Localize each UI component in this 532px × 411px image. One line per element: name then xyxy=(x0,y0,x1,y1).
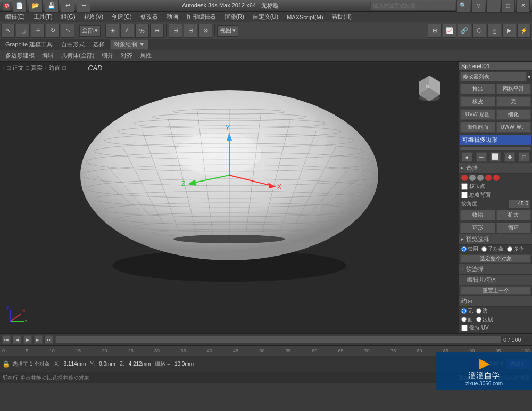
select-region-btn[interactable]: ⬚ xyxy=(16,24,30,38)
quick-access-save[interactable]: 💾 xyxy=(45,0,59,13)
undo-btn[interactable]: ↩ xyxy=(61,0,74,13)
btn-extrude[interactable]: 挤出 xyxy=(460,84,495,94)
help-btn[interactable]: ? xyxy=(471,0,485,13)
radio-disable-input[interactable] xyxy=(461,246,467,252)
menu-edit[interactable]: 编辑(E) xyxy=(1,12,29,22)
move-btn[interactable]: ✛ xyxy=(31,24,45,38)
menu-animation[interactable]: 动画 xyxy=(162,12,182,22)
percent-snap[interactable]: % xyxy=(135,24,149,38)
close-btn[interactable]: ✕ xyxy=(516,0,530,13)
menu-create[interactable]: 创建(C) xyxy=(107,12,136,22)
btn-shrink[interactable]: 收缩 xyxy=(460,210,495,220)
radio-face-input[interactable] xyxy=(461,317,467,322)
angle-input[interactable] xyxy=(509,200,530,208)
tl-play[interactable]: ▶ xyxy=(23,335,32,344)
poly-tab-subdiv[interactable]: 细分 xyxy=(98,51,117,61)
select-whole-btn[interactable]: 选定整个对象 xyxy=(460,254,531,263)
btn-rubber[interactable]: 橡皮 xyxy=(460,96,495,107)
align-btn[interactable]: ⊠ xyxy=(198,24,212,38)
section-preview-header[interactable]: ▸ 预览选择 xyxy=(459,234,532,245)
search-input[interactable] xyxy=(370,2,455,10)
cb-hold-uv[interactable] xyxy=(461,325,468,331)
quick-access-new[interactable]: 📄 xyxy=(13,0,27,13)
graphite-object-paint[interactable]: 对象绘制 ▼ xyxy=(110,39,148,50)
timeline-track[interactable] xyxy=(55,336,501,343)
layer-manager[interactable]: ⊞ xyxy=(428,24,442,38)
tl-prev-frame[interactable]: ◀ xyxy=(13,335,21,344)
btn-ring[interactable]: 环形 xyxy=(460,223,495,233)
radio-sub-input[interactable] xyxy=(481,246,487,252)
section-select-header[interactable]: ▸ 选择 xyxy=(459,163,532,174)
menu-graph-editor[interactable]: 图形编辑器 xyxy=(182,12,220,22)
dot-red-3[interactable] xyxy=(493,175,500,181)
render-setup[interactable]: 🖨 xyxy=(487,24,501,38)
cb-vertex[interactable] xyxy=(461,183,468,190)
dot-gray-1[interactable] xyxy=(469,175,476,181)
tl-go-start[interactable]: ⏮ xyxy=(2,335,11,344)
menu-customize[interactable]: 自定义(U) xyxy=(248,12,282,22)
select-btn[interactable]: ↖ xyxy=(1,24,15,38)
section-editgeo-header[interactable]: ─ 编辑几何体 xyxy=(459,275,532,285)
search-button[interactable]: 🔍 xyxy=(456,0,470,13)
radio-multi-input[interactable] xyxy=(507,246,512,252)
graphite-free-form[interactable]: 自由形式 xyxy=(58,40,88,49)
reset-last-btn[interactable]: 重置上一个 xyxy=(460,286,531,295)
menu-tools[interactable]: 工具(T) xyxy=(29,12,57,22)
selection-filter-dropdown[interactable]: 全部 ▾ xyxy=(79,25,101,37)
redo-btn[interactable]: ↪ xyxy=(77,0,90,13)
modifier-list-arrow[interactable]: ▾ xyxy=(528,73,531,80)
section-constrain-header[interactable]: 约束 xyxy=(459,296,532,307)
graphite-select[interactable]: 选择 xyxy=(90,40,108,49)
poly-tab-align[interactable]: 对齐 xyxy=(118,51,136,61)
radio-edge-input[interactable] xyxy=(476,308,481,314)
render-frame[interactable]: ▶ xyxy=(502,24,516,38)
btn-uvw[interactable]: UVW 贴图 xyxy=(460,109,495,120)
icon-vertex[interactable]: ● xyxy=(462,152,472,162)
minimize-btn[interactable]: ─ xyxy=(486,0,500,13)
quickrender[interactable]: ⚡ xyxy=(517,24,531,38)
menu-group[interactable]: 组(G) xyxy=(57,12,80,22)
poly-tab-edit[interactable]: 编辑 xyxy=(39,51,57,61)
quick-access-open[interactable]: 📂 xyxy=(29,0,43,13)
icon-edge[interactable]: ─ xyxy=(476,152,487,162)
schematic-view[interactable]: 🔗 xyxy=(458,24,471,38)
edit-named-selection[interactable]: ⊞ xyxy=(169,24,182,38)
tl-go-end[interactable]: ⏭ xyxy=(45,335,53,344)
angle-snap[interactable]: ∠ xyxy=(120,24,134,38)
rotate-btn[interactable]: ↻ xyxy=(46,24,60,38)
icon-polygon[interactable]: ◆ xyxy=(504,152,515,162)
poly-tab-geometry[interactable]: 几何体(全部) xyxy=(58,51,97,61)
poly-tab-attr[interactable]: 属性 xyxy=(137,51,155,61)
section-soft-header[interactable]: + 软选择 xyxy=(459,264,532,275)
btn-loop[interactable]: 循环 xyxy=(496,223,531,233)
menu-render[interactable]: 渲染(R) xyxy=(220,12,248,22)
dot-red-1[interactable] xyxy=(461,175,468,181)
icon-border[interactable]: ⬜ xyxy=(490,152,501,162)
poly-tab-model[interactable]: 多边形建模 xyxy=(2,51,38,61)
maximize-btn[interactable]: □ xyxy=(501,0,515,13)
mirror-btn[interactable]: ⊟ xyxy=(184,24,197,38)
btn-mesh-smooth[interactable]: 网格平滑 xyxy=(496,84,531,94)
dot-gray-2[interactable] xyxy=(477,175,484,181)
material-editor[interactable]: ⬡ xyxy=(472,24,486,38)
scale-btn[interactable]: ⤡ xyxy=(61,24,74,38)
menu-modifier[interactable]: 修改器 xyxy=(136,12,162,22)
curve-editor[interactable]: 📈 xyxy=(443,24,456,38)
orientation-gizmo[interactable]: 前 xyxy=(416,72,443,99)
snap-toggle[interactable]: ⊞ xyxy=(105,24,119,38)
tl-next-frame[interactable]: ▶| xyxy=(34,335,43,344)
viewport[interactable]: + □ 正文 □ 真实 + 边面 □ CAD 前 xyxy=(0,62,459,333)
btn-bevel[interactable]: 倒角剖面 xyxy=(460,122,495,133)
render-view-dropdown[interactable]: 视图 ▾ xyxy=(217,25,238,37)
radio-line-input[interactable] xyxy=(476,317,481,322)
cb-back[interactable] xyxy=(461,192,468,198)
btn-expand[interactable]: 扩大 xyxy=(496,210,531,220)
menu-help[interactable]: 帮助(H) xyxy=(328,12,356,22)
menu-maxscript[interactable]: MAXScript(M) xyxy=(282,13,327,21)
icon-element[interactable]: □ xyxy=(519,152,529,162)
modifier-list-dropdown[interactable]: 修改器列表 xyxy=(460,72,527,81)
btn-refine[interactable]: 细化 xyxy=(496,109,531,120)
spinner-snap[interactable]: ⊕ xyxy=(150,24,164,38)
menu-view[interactable]: 视图(V) xyxy=(80,12,108,22)
btn-uvw-expand[interactable]: UWW 展开 xyxy=(496,122,531,133)
